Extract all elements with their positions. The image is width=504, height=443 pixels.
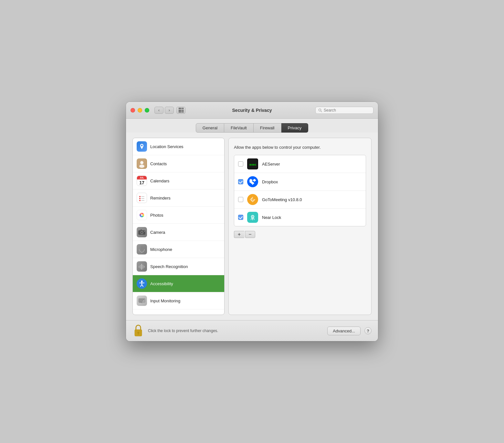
advanced-button[interactable]: Advanced... bbox=[327, 327, 361, 335]
gotomeeting-checkbox[interactable] bbox=[238, 197, 243, 202]
tab-privacy[interactable]: Privacy bbox=[281, 123, 309, 133]
location-icon bbox=[137, 141, 147, 152]
tab-firewall[interactable]: Firewall bbox=[254, 123, 281, 133]
svg-point-54 bbox=[252, 216, 253, 217]
svg-rect-41 bbox=[139, 302, 142, 302]
grid-icon bbox=[179, 108, 184, 113]
calendars-icon: JUL 17 bbox=[137, 176, 147, 186]
bottom-bar: Click the lock to prevent further change… bbox=[126, 320, 378, 341]
svg-rect-26 bbox=[142, 265, 143, 269]
close-button[interactable] bbox=[131, 108, 135, 113]
tab-general[interactable]: General bbox=[196, 123, 224, 133]
sidebar: Location Services Contacts bbox=[132, 138, 225, 315]
microphone-icon bbox=[137, 244, 147, 254]
dropbox-checkbox[interactable] bbox=[238, 179, 243, 184]
table-row: Near Lock bbox=[234, 209, 366, 226]
sidebar-item-location[interactable]: Location Services bbox=[133, 138, 224, 155]
tab-filevault[interactable]: FileVault bbox=[224, 123, 254, 133]
svg-rect-34 bbox=[139, 299, 140, 300]
sidebar-item-calendars[interactable]: JUL 17 Calendars bbox=[133, 172, 224, 189]
app-list: exec AEServer bbox=[234, 155, 366, 226]
sidebar-item-calendars-label: Calendars bbox=[150, 178, 169, 183]
back-button[interactable]: ‹ bbox=[154, 107, 163, 114]
gotomeeting-name: GoToMeeting v10.8.0 bbox=[262, 197, 302, 202]
search-input[interactable] bbox=[324, 108, 371, 113]
svg-line-42 bbox=[141, 303, 142, 303]
forward-button[interactable]: › bbox=[165, 107, 174, 114]
search-icon bbox=[318, 108, 322, 112]
svg-rect-38 bbox=[139, 300, 140, 301]
sidebar-item-speech-label: Speech Recognition bbox=[150, 264, 188, 269]
traffic-lights bbox=[131, 108, 149, 113]
grid-view-button[interactable] bbox=[176, 107, 185, 114]
sidebar-item-accessibility[interactable]: Accessibility bbox=[133, 275, 224, 292]
svg-point-10 bbox=[139, 200, 141, 201]
panel-description: Allow the apps below to control your com… bbox=[234, 145, 366, 150]
svg-rect-24 bbox=[140, 265, 141, 269]
lock-icon[interactable] bbox=[132, 324, 144, 337]
aeserver-name: AEServer bbox=[262, 162, 280, 167]
dropbox-name: Dropbox bbox=[262, 179, 278, 184]
gotomeeting-icon bbox=[247, 194, 258, 205]
svg-rect-35 bbox=[141, 299, 142, 300]
sidebar-item-accessibility-label: Accessibility bbox=[150, 281, 173, 286]
sidebar-item-speech[interactable]: Speech Recognition bbox=[133, 258, 224, 275]
sidebar-item-reminders[interactable]: Reminders bbox=[133, 189, 224, 207]
aeserver-icon: exec bbox=[247, 158, 258, 169]
sidebar-item-camera-label: Camera bbox=[150, 230, 165, 235]
table-row: GoToMeeting v10.8.0 bbox=[234, 191, 366, 209]
svg-point-6 bbox=[139, 196, 141, 197]
photos-icon bbox=[137, 210, 147, 220]
svg-rect-20 bbox=[141, 246, 143, 250]
remove-app-button[interactable]: − bbox=[245, 231, 255, 238]
minimize-button[interactable] bbox=[138, 108, 142, 113]
svg-text:exec: exec bbox=[249, 163, 257, 166]
table-row: Dropbox bbox=[234, 173, 366, 191]
reminders-icon bbox=[137, 193, 147, 203]
svg-rect-39 bbox=[141, 300, 142, 301]
svg-rect-37 bbox=[143, 299, 144, 300]
svg-rect-58 bbox=[138, 333, 139, 335]
maximize-button[interactable] bbox=[145, 108, 149, 113]
sidebar-item-reminders-label: Reminders bbox=[150, 196, 171, 200]
nav-buttons: ‹ › bbox=[154, 107, 185, 114]
sidebar-item-contacts-label: Contacts bbox=[150, 161, 167, 166]
svg-point-49 bbox=[252, 184, 253, 185]
svg-rect-5 bbox=[137, 193, 146, 202]
speech-icon bbox=[137, 261, 147, 272]
svg-point-4 bbox=[139, 165, 144, 168]
svg-rect-19 bbox=[144, 231, 145, 232]
svg-rect-9 bbox=[141, 198, 144, 199]
sidebar-item-microphone-label: Microphone bbox=[150, 247, 172, 252]
search-bar[interactable] bbox=[315, 107, 373, 114]
nearlock-name: Near Lock bbox=[262, 215, 281, 220]
svg-line-32 bbox=[142, 285, 143, 286]
svg-rect-25 bbox=[141, 264, 142, 270]
svg-rect-40 bbox=[142, 300, 143, 301]
svg-rect-36 bbox=[142, 299, 143, 300]
sidebar-item-input-monitoring[interactable]: Input Monitoring bbox=[133, 292, 224, 309]
input-monitoring-icon bbox=[137, 296, 147, 306]
main-panel: Allow the apps below to control your com… bbox=[228, 138, 372, 315]
nearlock-checkbox[interactable] bbox=[238, 215, 243, 220]
camera-icon bbox=[137, 227, 147, 237]
sidebar-scroll[interactable]: Location Services Contacts bbox=[133, 138, 224, 315]
sidebar-item-microphone[interactable]: Microphone bbox=[133, 241, 224, 258]
svg-line-1 bbox=[321, 111, 322, 112]
svg-rect-7 bbox=[141, 196, 144, 197]
window-title: Security & Privacy bbox=[232, 108, 272, 113]
accessibility-icon bbox=[137, 278, 147, 289]
add-app-button[interactable]: + bbox=[234, 231, 244, 238]
sidebar-item-photos-label: Photos bbox=[150, 213, 163, 218]
sidebar-item-photos[interactable]: Photos bbox=[133, 207, 224, 224]
help-button[interactable]: ? bbox=[364, 327, 372, 334]
sidebar-item-camera[interactable]: Camera bbox=[133, 224, 224, 241]
aeserver-checkbox[interactable] bbox=[238, 161, 243, 167]
svg-rect-27 bbox=[144, 266, 145, 268]
nearlock-icon bbox=[247, 212, 258, 223]
sidebar-item-contacts[interactable]: Contacts bbox=[133, 155, 224, 172]
dropbox-icon bbox=[247, 176, 258, 187]
window: ‹ › Security & Privacy General FileVault… bbox=[126, 102, 378, 341]
svg-rect-18 bbox=[141, 229, 142, 230]
content: Location Services Contacts bbox=[126, 133, 378, 320]
